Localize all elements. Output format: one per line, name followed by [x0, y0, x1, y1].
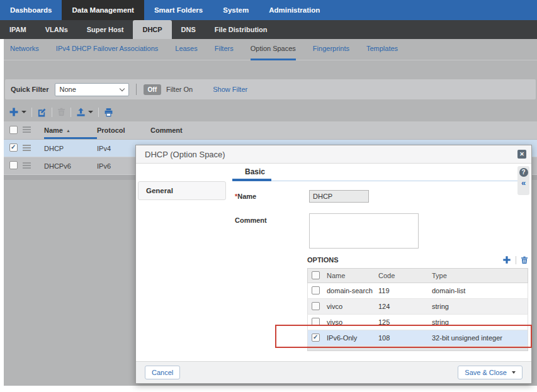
dialog-sidebar: General [136, 164, 229, 362]
trash-icon [57, 108, 65, 116]
tab-fingerprints[interactable]: Fingerprints [313, 39, 349, 60]
cancel-button[interactable]: Cancel [145, 366, 180, 379]
tertiary-nav: Networks IPv4 DHCP Failover Associations… [4, 39, 537, 60]
tab-leases[interactable]: Leases [175, 39, 197, 60]
options-column-code[interactable]: Code [378, 272, 432, 279]
nav-administration[interactable]: Administration [259, 0, 330, 20]
column-header-name-label: Name [44, 126, 63, 134]
column-header-comment[interactable]: Comment [150, 126, 537, 134]
save-and-close-button[interactable]: Save & Close [458, 366, 523, 379]
dialog-footer: Cancel Save & Close [136, 361, 531, 383]
option-space-dialog: DHCP (Option Space) ✕ ? « General Basic … [135, 145, 532, 384]
close-icon[interactable]: ✕ [517, 150, 526, 159]
quick-filter-bar: Quick Filter None Off Filter On Show Fil… [5, 79, 536, 99]
row-checkbox[interactable] [9, 161, 18, 169]
list-toolbar [9, 104, 113, 120]
filter-toggle-off-badge[interactable]: Off [144, 84, 161, 95]
edit-button[interactable] [37, 108, 47, 117]
cell-option-name: IPv6-Only [325, 334, 378, 342]
cell-option-code: 124 [378, 303, 432, 310]
nav-file-distribution[interactable]: File Distribution [205, 20, 277, 39]
cell-option-name: vivso [325, 318, 378, 326]
nav-dhcp[interactable]: DHCP [133, 20, 171, 39]
name-input[interactable] [309, 190, 369, 203]
column-header-protocol[interactable]: Protocol [97, 126, 150, 134]
show-filter-link[interactable]: Show Filter [213, 86, 247, 93]
table-header-row: Name Protocol Comment [4, 121, 537, 140]
save-button-label: Save & Close [465, 369, 507, 376]
row-menu-icon[interactable] [23, 145, 31, 151]
select-all-checkbox[interactable] [9, 126, 18, 134]
tab-underline [232, 179, 526, 181]
cell-name: DHCP [44, 145, 97, 152]
option-checkbox[interactable] [312, 286, 320, 294]
cell-option-type: 32-bit unsigned integer [432, 334, 528, 342]
cell-option-code: 125 [378, 318, 432, 326]
nav-vlans[interactable]: VLANs [36, 20, 77, 39]
nav-super-host[interactable]: Super Host [77, 20, 133, 39]
help-icon[interactable]: ? [519, 168, 528, 177]
tab-basic[interactable]: Basic [245, 167, 265, 176]
options-column-type[interactable]: Type [432, 272, 528, 279]
export-button[interactable] [76, 108, 93, 117]
tab-templates[interactable]: Templates [366, 39, 398, 60]
add-option-button[interactable] [502, 255, 511, 264]
collapse-panel-icon[interactable]: « [521, 179, 526, 187]
option-checkbox[interactable] [312, 318, 320, 326]
tab-option-spaces[interactable]: Option Spaces [251, 39, 296, 60]
nav-smart-folders[interactable]: Smart Folders [144, 0, 213, 20]
tab-filters[interactable]: Filters [215, 39, 234, 60]
nav-data-management[interactable]: Data Management [62, 0, 144, 20]
column-header-name[interactable]: Name [44, 126, 97, 134]
save-menu-caret-icon [512, 371, 516, 374]
tab-ipv4-dhcp-failover-associations[interactable]: IPv4 DHCP Failover Associations [56, 39, 158, 60]
nav-system[interactable]: System [213, 0, 259, 20]
add-menu-caret-icon [21, 111, 26, 113]
print-button[interactable] [104, 108, 113, 117]
quick-filter-dropdown[interactable]: None [55, 83, 129, 96]
option-checkbox[interactable] [312, 302, 320, 310]
cell-option-code: 108 [378, 334, 432, 342]
add-button[interactable] [9, 107, 26, 117]
quick-filter-selected-value: None [60, 86, 76, 93]
divider [71, 108, 71, 117]
dialog-content: Basic *Name Comment OPTIONS [229, 164, 528, 362]
nav-ipam[interactable]: IPAM [0, 20, 36, 39]
primary-nav: Dashboards Data Management Smart Folders… [0, 0, 537, 20]
comment-textarea[interactable] [309, 213, 419, 249]
cell-name: DHCPv6 [44, 162, 97, 170]
options-section-header: OPTIONS [307, 253, 528, 267]
delete-option-button[interactable] [521, 256, 528, 264]
sidebar-item-general[interactable]: General [138, 181, 226, 200]
options-select-all-checkbox[interactable] [312, 271, 320, 279]
dialog-title: DHCP (Option Space) [145, 150, 225, 159]
row-checkbox[interactable] [9, 143, 18, 152]
nav-dashboards[interactable]: Dashboards [0, 0, 62, 20]
upload-icon [76, 108, 86, 117]
dialog-titlebar: DHCP (Option Space) ✕ [136, 145, 531, 164]
options-title: OPTIONS [307, 256, 339, 264]
plus-icon [9, 107, 19, 117]
trash-icon [521, 256, 528, 264]
option-row-ipv6-only[interactable]: IPv6-Only 108 32-bit unsigned integer [307, 330, 528, 346]
chevron-down-icon [119, 86, 124, 91]
quick-filter-label: Quick Filter [11, 86, 49, 93]
cancel-button-label: Cancel [152, 369, 173, 376]
header-menu-icon[interactable] [23, 126, 31, 133]
app-root: { "colors": { "accent_blue": "#2e6cb5", … [0, 0, 537, 392]
option-row[interactable]: domain-search 119 domain-list [307, 283, 528, 299]
option-checkbox[interactable] [312, 333, 320, 342]
option-row[interactable]: vivco 124 string [307, 299, 528, 315]
divider [516, 256, 516, 264]
plus-icon [502, 255, 511, 264]
options-table: Name Code Type domain-search 119 domain-… [307, 268, 528, 351]
row-menu-icon[interactable] [23, 162, 31, 169]
options-column-name[interactable]: Name [325, 272, 378, 279]
delete-button-disabled[interactable] [57, 108, 65, 116]
option-row[interactable]: vivso 125 string [307, 315, 528, 330]
export-menu-caret-icon [88, 111, 93, 113]
nav-dns[interactable]: DNS [172, 20, 205, 39]
cell-option-name: domain-search [325, 287, 378, 294]
tab-networks[interactable]: Networks [10, 39, 39, 60]
comment-field-label: Comment [235, 216, 267, 224]
